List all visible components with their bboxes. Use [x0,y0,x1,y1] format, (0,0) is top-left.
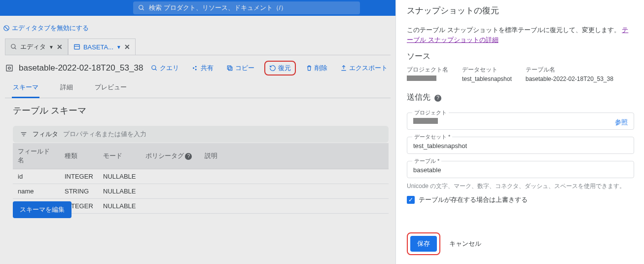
table-row: idINTEGERNULLABLE [13,169,389,184]
svg-rect-6 [74,44,80,49]
svg-line-5 [15,48,16,49]
filter-icon [20,130,28,138]
close-icon[interactable]: ✕ [124,43,130,51]
table-row: nameSTRINGNULLABLE [13,184,389,199]
restore-snapshot-panel: スナップショットの復元 このテーブル スナップショットを標準テーブルに復元して、… [395,0,644,264]
help-icon[interactable]: ? [185,153,192,160]
source-table-label: テーブル名 [526,66,613,74]
col-field: フィールド名 [13,143,60,169]
restore-icon [269,65,276,72]
search-placeholder: 検索 プロダクト、リソース、ドキュメント（/） [149,3,287,12]
svg-point-12 [193,68,194,69]
copy-button[interactable]: コピー [223,62,257,75]
export-button[interactable]: エクスポート [337,62,391,75]
schema-filter[interactable]: フィルタ プロパティ名または値を入力 [13,126,389,143]
top-search-bar: 検索 プロダクト、リソース、ドキュメント（/） [0,0,395,16]
svg-point-4 [11,44,15,48]
svg-point-0 [139,5,143,9]
search-icon [138,4,145,11]
tab-details[interactable]: 詳細 [59,79,74,98]
svg-point-13 [195,66,197,68]
tab-schema[interactable]: スキーマ [12,79,39,98]
col-mode: モード [98,143,141,169]
filter-placeholder: プロパティ名または値を入力 [63,130,146,139]
dest-dataset-field[interactable]: データセット * test_tablesnapshot [407,137,634,154]
svg-rect-15 [229,67,232,71]
query-icon [10,43,17,50]
delete-button[interactable]: 削除 [303,62,330,75]
save-button[interactable]: 保存 [410,236,437,252]
filter-label: フィルタ [33,130,58,139]
source-project-label: プロジェクト名 [407,66,448,74]
table-header-row: フィールド名 種類 モード ポリシータグ? 説明 [13,143,389,169]
dest-table-field[interactable]: テーブル * basetable [407,161,634,178]
svg-line-3 [5,27,8,30]
disable-editor-tabs-link[interactable]: エディタタブを無効にする [0,24,89,33]
col-policy: ポリシータグ? [141,143,200,169]
source-heading: ソース [407,51,634,62]
delete-icon [306,65,313,72]
edit-schema-button[interactable]: スキーマを編集 [13,201,72,218]
restore-button[interactable]: 復元 [264,61,296,75]
dest-project-field[interactable]: プロジェクト 参照 [407,113,634,130]
close-icon[interactable]: ✕ [57,43,63,51]
query-button[interactable]: クエリ [148,62,182,75]
destination-heading: 送信先 [407,92,430,103]
detail-subtabs: スキーマ 詳細 プレビュー [5,79,391,98]
overwrite-checkbox-row[interactable]: ✓ テーブルが存在する場合は上書きする [407,195,634,204]
redacted-value [413,118,438,124]
copy-icon [226,65,233,72]
svg-point-9 [8,67,11,70]
help-icon[interactable]: ? [434,95,441,102]
editor-tabs: エディタ ▼ ✕ BASETA... ▼ ✕ [5,38,391,55]
export-icon [340,65,347,72]
svg-point-10 [152,66,156,70]
source-table-value: basetable-2022-02-18T20_53_38 [526,75,613,82]
svg-line-1 [143,9,144,10]
query-icon [151,65,158,72]
chevron-down-icon[interactable]: ▼ [116,44,121,50]
svg-rect-8 [6,65,12,71]
svg-point-14 [195,69,197,70]
redacted-value [407,75,436,81]
source-dataset-value: test_tablesnapshot [462,75,512,82]
search-input[interactable]: 検索 プロダクト、リソース、ドキュメント（/） [133,1,360,14]
source-info: プロジェクト名 データセット test_tablesnapshot テーブル名 … [407,66,634,82]
panel-description: このテーブル スナップショットを標準テーブルに復元して、変更します。 テーブル … [407,25,634,44]
share-icon [192,65,199,72]
table-name-hint: Unicode の文字、マーク、数字、コネクタ、ダッシュ、スペースを使用できます… [407,182,634,190]
svg-rect-16 [227,66,231,69]
snapshot-icon [5,64,14,73]
share-button[interactable]: 共有 [189,62,216,75]
tab-basetable[interactable]: BASETA... ▼ ✕ [68,38,136,55]
cancel-button[interactable]: キャンセル [449,239,481,248]
schema-heading: テーブル スキーマ [13,105,86,116]
svg-line-11 [155,69,157,71]
col-type: 種類 [60,143,98,169]
tab-editor[interactable]: エディタ ▼ ✕ [5,38,68,55]
table-title-bar: basetable-2022-02-18T20_53_38 クエリ 共有 コピー… [5,58,391,78]
disable-icon [3,25,10,32]
chevron-down-icon[interactable]: ▼ [49,44,54,50]
table-icon [73,43,80,50]
panel-title: スナップショットの復元 [407,5,634,16]
checkbox-checked-icon[interactable]: ✓ [407,196,415,204]
source-dataset-label: データセット [462,66,512,74]
browse-button[interactable]: 参照 [615,118,628,127]
col-desc: 説明 [200,143,389,169]
table-name: basetable-2022-02-18T20_53_38 [19,63,143,73]
tab-preview[interactable]: プレビュー [94,79,128,98]
